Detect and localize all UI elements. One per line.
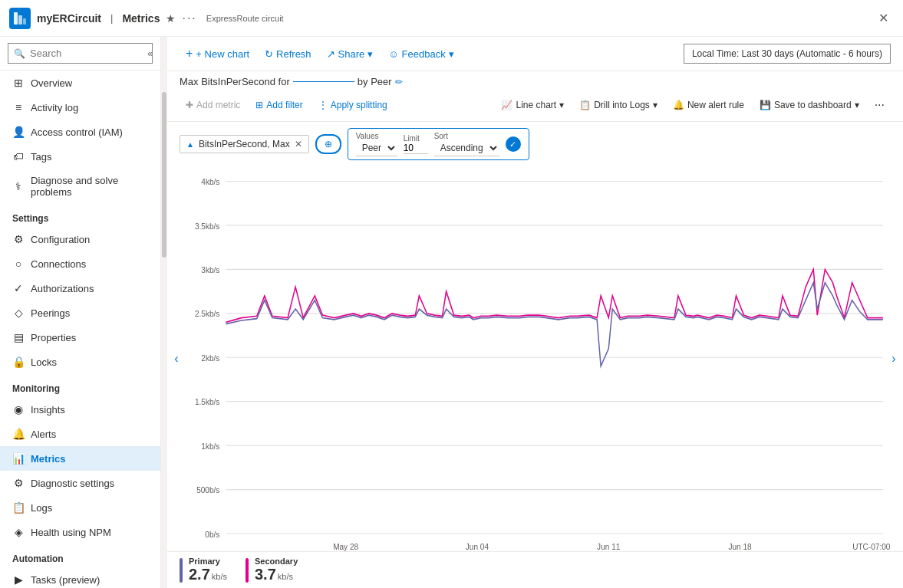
share-button[interactable]: ↗ Share ▾ bbox=[321, 44, 380, 64]
sidebar-item-configuration[interactable]: ⚙ Configuration bbox=[0, 227, 160, 251]
add-filter-button[interactable]: ⊞ Add filter bbox=[249, 97, 308, 113]
sidebar-item-peerings[interactable]: ◇ Peerings bbox=[0, 301, 160, 325]
search-container: 🔍 « bbox=[0, 37, 160, 71]
sidebar-item-label: Metrics bbox=[31, 453, 66, 465]
sidebar-scrollbar[interactable] bbox=[161, 37, 167, 588]
tags-icon: 🏷 bbox=[12, 150, 25, 163]
chart-title-prefix: Max BitsInPerSecond for bbox=[180, 76, 290, 87]
feedback-button[interactable]: ☺ Feedback ▾ bbox=[382, 44, 460, 64]
apply-splitting-icon: ⋮ bbox=[318, 100, 328, 110]
feedback-icon: ☺ bbox=[388, 48, 398, 60]
sidebar-item-label: Overview bbox=[31, 77, 72, 89]
split-values-select[interactable]: Peer bbox=[356, 140, 397, 156]
share-icon: ↗ bbox=[327, 48, 335, 60]
sidebar-item-label: Configuration bbox=[31, 234, 90, 245]
sidebar-item-diagnose[interactable]: ⚕ Diagnose and solve problems bbox=[0, 169, 160, 204]
collapse-sidebar-icon[interactable]: « bbox=[147, 48, 153, 59]
filter-area: ▲ BitsInPerSecond, Max ✕ ⊕ Values Peer L… bbox=[167, 122, 903, 166]
svg-text:0b/s: 0b/s bbox=[205, 529, 220, 539]
new-chart-label: + New chart bbox=[196, 48, 249, 60]
new-chart-icon: + bbox=[186, 47, 193, 61]
search-icon: 🔍 bbox=[14, 48, 25, 59]
sidebar-item-label: Logs bbox=[31, 502, 52, 514]
svg-text:Jun 04: Jun 04 bbox=[466, 541, 489, 551]
line-chart-button[interactable]: 📈 Line chart ▾ bbox=[495, 97, 570, 113]
legend-primary-unit: kb/s bbox=[212, 572, 227, 581]
sidebar-item-diagnostic-settings[interactable]: ⚙ Diagnostic settings bbox=[0, 471, 160, 495]
sidebar-item-access-control[interactable]: 👤 Access control (IAM) bbox=[0, 120, 160, 144]
alert-rule-label: New alert rule bbox=[687, 100, 744, 110]
drill-logs-icon: 📋 bbox=[579, 100, 591, 110]
chart-nav-left-button[interactable]: ‹ bbox=[167, 343, 186, 374]
metric-pill: ▲ BitsInPerSecond, Max ✕ bbox=[180, 135, 309, 153]
sidebar-item-tags[interactable]: 🏷 Tags bbox=[0, 144, 160, 169]
legend-secondary-info: Secondary 3.7 kb/s bbox=[255, 557, 298, 583]
configuration-icon: ⚙ bbox=[12, 233, 25, 245]
split-limit-input[interactable] bbox=[404, 143, 428, 154]
close-button[interactable]: ✕ bbox=[872, 8, 894, 29]
sidebar-item-tasks-preview[interactable]: ▶ Tasks (preview) bbox=[0, 567, 160, 588]
sidebar-item-locks[interactable]: 🔒 Locks bbox=[0, 350, 160, 374]
new-chart-button[interactable]: + + New chart bbox=[180, 43, 255, 64]
svg-text:500b/s: 500b/s bbox=[196, 485, 220, 495]
chart-title-edit-icon[interactable]: ✏ bbox=[395, 77, 403, 87]
save-to-dashboard-button[interactable]: 💾 Save to dashboard ▾ bbox=[753, 97, 865, 113]
apply-splitting-button[interactable]: ⋮ Apply splitting bbox=[312, 97, 394, 113]
search-input[interactable] bbox=[8, 43, 153, 64]
properties-icon: ▤ bbox=[12, 331, 25, 343]
sidebar: 🔍 « ⊞ Overview ≡ Activity log 👤 Access c… bbox=[0, 37, 161, 588]
sidebar-item-alerts[interactable]: 🔔 Alerts bbox=[0, 422, 160, 446]
time-range-label: Local Time: Last 30 days (Automatic - 6 … bbox=[692, 48, 882, 59]
locks-icon: 🔒 bbox=[12, 356, 25, 368]
save-dashboard-dropdown-icon: ▾ bbox=[855, 100, 859, 110]
svg-text:3.5kb/s: 3.5kb/s bbox=[195, 221, 220, 231]
new-alert-rule-button[interactable]: 🔔 New alert rule bbox=[667, 97, 750, 113]
app-icon bbox=[9, 8, 31, 29]
top-right-actions: ✕ bbox=[872, 8, 894, 29]
sidebar-item-authorizations[interactable]: ✓ Authorizations bbox=[0, 276, 160, 301]
svg-text:Jun 18: Jun 18 bbox=[728, 541, 751, 551]
svg-rect-2 bbox=[23, 18, 26, 25]
add-metric-button[interactable]: ✚ Add metric bbox=[180, 97, 246, 113]
time-range-button[interactable]: Local Time: Last 30 days (Automatic - 6 … bbox=[684, 44, 891, 64]
legend-secondary: Secondary 3.7 kb/s bbox=[246, 557, 298, 583]
metrics-icon: 📊 bbox=[12, 452, 25, 465]
title-separator: | bbox=[110, 12, 113, 24]
sidebar-scroll-thumb[interactable] bbox=[162, 92, 166, 258]
svg-rect-0 bbox=[14, 12, 18, 25]
more-options-icon[interactable]: ··· bbox=[182, 11, 196, 25]
feedback-label: Feedback bbox=[402, 48, 446, 60]
metrics-toolbar: ✚ Add metric ⊞ Add filter ⋮ Apply splitt… bbox=[167, 92, 903, 122]
metric-pill-remove-button[interactable]: ✕ bbox=[295, 139, 302, 149]
sidebar-item-metrics[interactable]: 📊 Metrics bbox=[0, 446, 160, 471]
sidebar-item-label: Connections bbox=[31, 258, 86, 270]
refresh-button[interactable]: ↻ Refresh bbox=[259, 44, 318, 64]
more-actions-button[interactable]: ··· bbox=[868, 95, 891, 115]
sidebar-item-connections[interactable]: ○ Connections bbox=[0, 251, 160, 276]
split-sort-select[interactable]: Ascending bbox=[434, 140, 499, 156]
sidebar-item-label: Properties bbox=[31, 332, 76, 343]
app-name: myERCircuit bbox=[37, 12, 101, 25]
chart-legend: Primary 2.7 kb/s Secondary 3.7 kb/s bbox=[167, 551, 903, 588]
sidebar-item-overview[interactable]: ⊞ Overview bbox=[0, 71, 160, 95]
svg-rect-1 bbox=[18, 15, 22, 25]
favorite-icon[interactable]: ★ bbox=[166, 12, 176, 25]
sidebar-item-label: Insights bbox=[31, 404, 65, 416]
sidebar-item-health-npm[interactable]: ◈ Health using NPM bbox=[0, 520, 160, 544]
legend-secondary-label: Secondary bbox=[255, 557, 298, 566]
health-npm-icon: ◈ bbox=[12, 526, 25, 538]
chart-nav-right-button[interactable]: › bbox=[885, 343, 903, 374]
sidebar-item-properties[interactable]: ▤ Properties bbox=[0, 325, 160, 350]
split-confirm-button[interactable]: ✓ bbox=[506, 136, 521, 152]
add-filter-icon: ⊞ bbox=[255, 100, 263, 110]
drill-into-logs-button[interactable]: 📋 Drill into Logs ▾ bbox=[573, 97, 664, 113]
sidebar-item-logs[interactable]: 📋 Logs bbox=[0, 495, 160, 520]
sidebar-item-activity-log[interactable]: ≡ Activity log bbox=[0, 95, 160, 120]
svg-text:4kb/s: 4kb/s bbox=[201, 176, 220, 186]
legend-primary-value: 2.7 bbox=[189, 566, 210, 583]
sidebar-item-label: Tags bbox=[31, 151, 51, 163]
drill-logs-label: Drill into Logs bbox=[594, 100, 650, 110]
sidebar-item-insights[interactable]: ◉ Insights bbox=[0, 397, 160, 422]
connections-icon: ○ bbox=[12, 258, 25, 270]
share-label: Share bbox=[338, 48, 365, 60]
